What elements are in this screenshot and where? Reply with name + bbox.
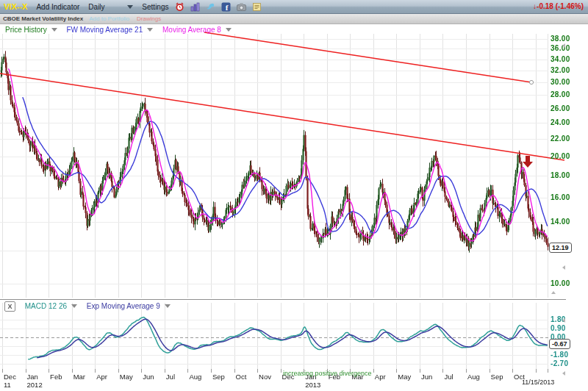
axis-tick-label: Jul [444,373,453,381]
axis-tick-label: 38.00 [551,35,570,43]
notes-icon[interactable] [252,2,262,12]
axis-tick-label: May [398,373,411,381]
axis-tick-label: Nov [259,373,271,381]
end-date-label: 11/15/2013 [522,379,554,386]
axis-tick-label: Mar [74,373,85,381]
ma8-dropdown[interactable]: Moving Average 8 [162,26,221,34]
axis-tick-label: 10.00 [551,279,570,287]
macd-dropdown[interactable]: MACD 12 26 [25,302,67,310]
add-to-portfolio-link[interactable]: Add to Portfolio [89,15,129,22]
facebook-icon[interactable]: f [221,2,231,12]
main-toolbar: VIX--X Add Indicator Daily Settings f ↓-… [0,0,588,14]
axis-tick-label: Feb [50,373,62,381]
axis-tick-label: 34.00 [551,55,570,63]
exp-ma9-dropdown[interactable]: Exp Moving Average 9 [87,302,160,310]
macd-pane-header: X MACD 12 26 Exp Moving Average 9 [4,301,178,312]
axis-collapse-icon[interactable] [551,291,556,294]
twitter-icon[interactable] [206,2,215,12]
axis-tick-label: 24.00 [551,118,570,126]
axis-tick-label: 14.00 [551,218,570,226]
axis-tick-label: Aug [189,373,201,381]
price-change-readout: ↓-0.18 (-1.46%) [533,2,584,10]
axis-collapse-icon[interactable] [562,43,565,48]
axis-tick-label: Dec [4,373,16,381]
macd-last-value-badge: -0.67 [549,339,570,349]
axis-collapse-icon[interactable] [562,265,565,270]
chevron-down-icon[interactable] [51,28,57,32]
add-indicator-button[interactable]: Add Indicator [36,3,79,11]
chevron-down-icon[interactable] [71,304,77,308]
chevron-down-icon[interactable] [127,5,133,9]
axis-collapse-icon[interactable] [562,371,565,376]
axis-tick-label: 30.00 [551,78,570,86]
price-pane-header: Price History FW Moving Average 21 Movin… [5,26,239,34]
axis-collapse-icon[interactable] [562,318,565,323]
axis-tick-label: 32.00 [551,66,570,74]
axis-tick-label: Jun [421,373,432,381]
stats-icon[interactable] [190,2,200,12]
last-price-badge: 12.19 [549,243,572,253]
axis-tick-label: May [120,373,133,381]
index-name-label: CBOE Market Volatility Index [3,15,83,22]
chevron-down-icon[interactable] [165,304,171,308]
period-dropdown[interactable]: Daily [88,3,133,11]
axis-tick-label: Sep [491,373,503,381]
axis-tick-label: 28.00 [551,90,570,98]
drawings-link[interactable]: Drawings [137,15,161,22]
axis-tick-label: Jun [143,373,154,381]
chevron-down-icon[interactable] [147,28,153,32]
axis-tick-label: 16.00 [551,193,570,201]
axis-tick-label: 20.00 [551,152,570,160]
axis-tick-label: 18.00 [551,171,570,179]
svg-text:f: f [225,3,228,12]
axis-tick-label: Jul [166,373,175,381]
close-icon[interactable]: X [4,301,15,312]
ma21-dropdown[interactable]: FW Moving Average 21 [66,26,143,34]
axis-tick-label: 11 [4,381,11,389]
axis-tick-label: 2013 [305,381,320,389]
axis-tick-label: Apr [375,373,386,381]
axis-tick-label: -1.80 [551,351,568,359]
axis-tick-label: 2012 [27,381,43,389]
period-dropdown-label: Daily [88,3,104,11]
change-value: -0.18 (-1.46%) [537,2,584,10]
axis-tick-label: 0.90 [551,324,566,332]
symbol-label[interactable]: VIX--X [4,2,27,11]
camera-icon[interactable] [237,2,246,12]
axis-tick-label: Apr [96,373,107,381]
axis-tick-label: Oct [236,373,247,381]
settings-button[interactable]: Settings [142,3,168,11]
axis-tick-label: Jan [27,373,38,381]
axis-tick-label: -2.70 [551,359,568,367]
alarm-icon[interactable] [175,2,184,12]
axis-tick-label: 22.00 [551,134,570,143]
price-chart-canvas[interactable] [0,24,588,391]
axis-tick-label: 26.00 [551,104,570,112]
axis-tick-label: Aug [467,373,480,381]
chart-area: Price History FW Moving Average 21 Movin… [0,24,588,391]
price-history-dropdown[interactable]: Price History [5,26,47,34]
chevron-down-icon[interactable] [226,28,232,32]
symbol-strip: CBOE Market Volatility Index Add to Port… [0,14,588,24]
axis-tick-label: 36.00 [551,44,570,52]
divergence-annotation: increasing positive divergence [283,370,372,377]
axis-tick-label: Sep [212,373,225,381]
